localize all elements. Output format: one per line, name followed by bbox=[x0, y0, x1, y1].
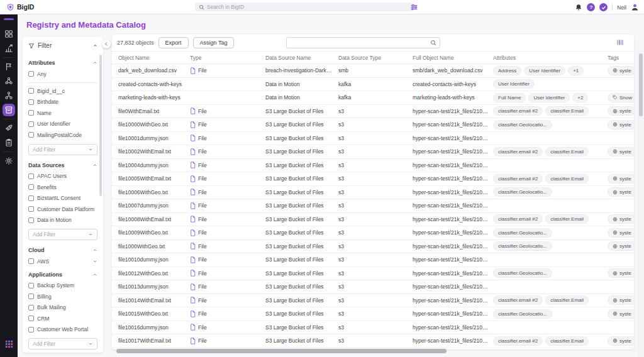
checkbox-icon[interactable] bbox=[28, 88, 34, 94]
table-row[interactable]: dark_web_download.csvFilebreach-investig… bbox=[112, 64, 634, 78]
column-header-data-source-type[interactable]: Data Source Type bbox=[338, 55, 413, 61]
filter-checkbox-backup-system[interactable]: Backup System bbox=[28, 282, 97, 288]
attribute-chip[interactable]: classifier.Email bbox=[545, 147, 589, 157]
tag-chip[interactable]: syste bbox=[608, 106, 634, 116]
table-row[interactable]: file10008WithEmail.txtFileS3 Large Bucke… bbox=[112, 213, 634, 227]
checkbox-icon[interactable] bbox=[28, 132, 34, 138]
vertical-scrollbar-thumb[interactable] bbox=[639, 53, 643, 116]
attribute-chip[interactable]: User Identifier bbox=[528, 93, 570, 102]
column-header-type[interactable]: Type bbox=[190, 55, 265, 61]
chevron-up-icon[interactable] bbox=[92, 43, 98, 48]
attribute-chip[interactable]: classifier.Geolocatio... bbox=[493, 228, 552, 238]
sidebar-item-settings[interactable] bbox=[3, 155, 15, 167]
checkbox-icon[interactable] bbox=[28, 305, 34, 310]
cell-object-name[interactable]: file10001dummy.json bbox=[118, 135, 190, 141]
chevron-up-icon[interactable] bbox=[92, 163, 97, 168]
attribute-chip[interactable]: Address bbox=[493, 66, 521, 75]
tag-chip[interactable]: syste bbox=[608, 147, 634, 157]
filter-checkbox-user-identifier[interactable]: User Identifier bbox=[28, 121, 97, 127]
tag-chip[interactable]: Snow bbox=[608, 93, 634, 102]
checkbox-icon[interactable] bbox=[28, 71, 34, 77]
cell-object-name[interactable]: file10006WithGeo.txt bbox=[118, 189, 190, 195]
checkbox-icon[interactable] bbox=[28, 316, 34, 321]
table-row[interactable]: created-contacts-with-keysData in Motion… bbox=[112, 78, 634, 92]
cell-object-name[interactable]: file10009WithGeo.txt bbox=[118, 229, 190, 236]
table-row[interactable]: file10004dummy.jsonFileS3 Large Bucket o… bbox=[112, 159, 634, 173]
filter-section-applications[interactable]: Applications bbox=[28, 272, 97, 278]
add-filter-dropdown[interactable]: Add Filter bbox=[28, 338, 97, 349]
filter-checkbox-customer-data-platform[interactable]: Customer Data Platform bbox=[28, 206, 97, 212]
filter-checkbox-bulk-mailing[interactable]: Bulk Mailing bbox=[28, 304, 97, 310]
global-search-input[interactable] bbox=[207, 4, 409, 10]
column-header-tags[interactable]: Tags bbox=[608, 55, 634, 61]
help-icon[interactable]: ? bbox=[587, 3, 595, 11]
cell-object-name[interactable]: file10007dummy.json bbox=[118, 202, 190, 209]
attribute-chip[interactable]: classifier.Geolocatio... bbox=[493, 120, 552, 129]
cell-object-name[interactable]: file10013dummy.json bbox=[118, 283, 190, 290]
tasks-check-icon[interactable] bbox=[599, 3, 608, 11]
catalog-search[interactable] bbox=[286, 37, 440, 48]
filter-section-cloud[interactable]: Cloud bbox=[28, 247, 97, 253]
filter-checkbox-data-in-motion[interactable]: Data in Motion bbox=[28, 217, 97, 223]
attribute-chip[interactable]: classifier.Email bbox=[545, 295, 589, 305]
table-row[interactable]: file10014WithEmail.txtFileS3 Large Bucke… bbox=[112, 294, 634, 308]
attribute-chip[interactable]: Full Name bbox=[493, 93, 526, 102]
filter-panel-header[interactable]: Filter bbox=[23, 37, 103, 53]
table-row[interactable]: file1000WithGeo.txtFileS3 Large Bucket o… bbox=[112, 240, 634, 254]
checkbox-icon[interactable] bbox=[28, 121, 34, 127]
cell-object-name[interactable]: file10008WithEmail.txt bbox=[118, 216, 190, 222]
filter-checkbox-apac-users[interactable]: APAC Users bbox=[28, 173, 97, 179]
filter-checkbox-billing[interactable]: Billing bbox=[28, 294, 97, 300]
sidebar-item-reports[interactable] bbox=[3, 136, 15, 149]
filter-checkbox-customer-web-portal[interactable]: Customer Web Portal bbox=[28, 326, 97, 332]
checkbox-icon[interactable] bbox=[28, 195, 34, 201]
attribute-chip[interactable]: classifier.Email bbox=[545, 174, 589, 184]
attribute-chip[interactable]: classifier.email #2 bbox=[493, 336, 543, 346]
attribute-chip[interactable]: classifier.Geolocatio... bbox=[493, 187, 552, 197]
filter-checkbox-any[interactable]: Any bbox=[28, 71, 97, 77]
sidebar-item-insights[interactable] bbox=[3, 42, 15, 55]
sidebar-item-catalog[interactable] bbox=[3, 104, 15, 116]
cell-object-name[interactable]: file10014WithEmail.txt bbox=[118, 297, 190, 304]
tag-chip[interactable]: syste bbox=[608, 66, 634, 75]
table-row[interactable]: file0WithEmail.txtFileS3 Large Bucket of… bbox=[112, 105, 634, 119]
filter-section-attributes[interactable]: Attributes bbox=[28, 60, 97, 66]
attribute-chip[interactable]: classifier.Email bbox=[545, 106, 589, 116]
tag-chip[interactable]: syste bbox=[608, 336, 634, 346]
table-row[interactable]: file10007dummy.jsonFileS3 Large Bucket o… bbox=[112, 199, 634, 213]
cell-object-name[interactable]: file10002WithEmail.txt bbox=[118, 148, 190, 155]
filter-checkbox-benefits[interactable]: Benefits bbox=[28, 184, 97, 190]
column-settings-icon[interactable] bbox=[616, 38, 625, 47]
vertical-scrollbar[interactable] bbox=[638, 50, 643, 357]
cell-object-name[interactable]: file1000WithGeo.txt bbox=[118, 243, 190, 250]
add-filter-dropdown[interactable]: Add Filter bbox=[28, 229, 97, 240]
export-button[interactable]: Export bbox=[158, 37, 189, 48]
table-row[interactable]: file10013dummy.jsonFileS3 Large Bucket o… bbox=[112, 280, 634, 294]
attribute-chip[interactable]: classifier.Geolocatio... bbox=[493, 268, 552, 278]
attribute-chip[interactable]: classifier.email #2 bbox=[493, 214, 543, 224]
table-row[interactable]: file10000WithGeo.txtFileS3 Large Bucket … bbox=[112, 118, 634, 132]
checkbox-icon[interactable] bbox=[28, 217, 34, 223]
cell-object-name[interactable]: marketing-leads-with-keys bbox=[118, 94, 190, 101]
cell-object-name[interactable]: file10004dummy.json bbox=[118, 162, 190, 168]
filter-checkbox-crm[interactable]: CRM bbox=[28, 316, 97, 322]
table-row[interactable]: file10012WithGeo.txtFileS3 Large Bucket … bbox=[112, 267, 634, 281]
checkbox-icon[interactable] bbox=[28, 173, 34, 179]
checkbox-icon[interactable] bbox=[28, 283, 34, 288]
attribute-chip[interactable]: classifier.Email bbox=[545, 336, 589, 346]
table-row[interactable]: file10009WithGeo.txtFileS3 Large Bucket … bbox=[112, 226, 634, 240]
sidebar-item-identity-graph[interactable] bbox=[3, 75, 15, 87]
table-row[interactable]: file10010dummy.jsonFileS3 Large Bucket o… bbox=[112, 253, 634, 267]
cell-object-name[interactable]: file10017WithEmail.txt bbox=[118, 338, 190, 344]
catalog-search-input[interactable] bbox=[290, 40, 430, 46]
horizontal-scrollbar-thumb[interactable] bbox=[116, 349, 447, 353]
filter-checkbox-aws[interactable]: AWS bbox=[28, 258, 97, 265]
cell-object-name[interactable]: file0WithEmail.txt bbox=[118, 108, 190, 114]
column-header-full-object-name[interactable]: Full Object Name bbox=[413, 55, 493, 61]
attribute-chip[interactable]: classifier.Email bbox=[545, 214, 589, 224]
add-filter-dropdown[interactable]: Add Filter bbox=[28, 144, 97, 155]
table-row[interactable]: file10017WithEmail.txtFileS3 Large Bucke… bbox=[112, 334, 634, 348]
cell-object-name[interactable]: file10005WithEmail.txt bbox=[118, 175, 190, 182]
notifications-bell-icon[interactable] bbox=[575, 4, 582, 11]
attribute-chip[interactable]: classifier.email #2 bbox=[493, 295, 543, 305]
